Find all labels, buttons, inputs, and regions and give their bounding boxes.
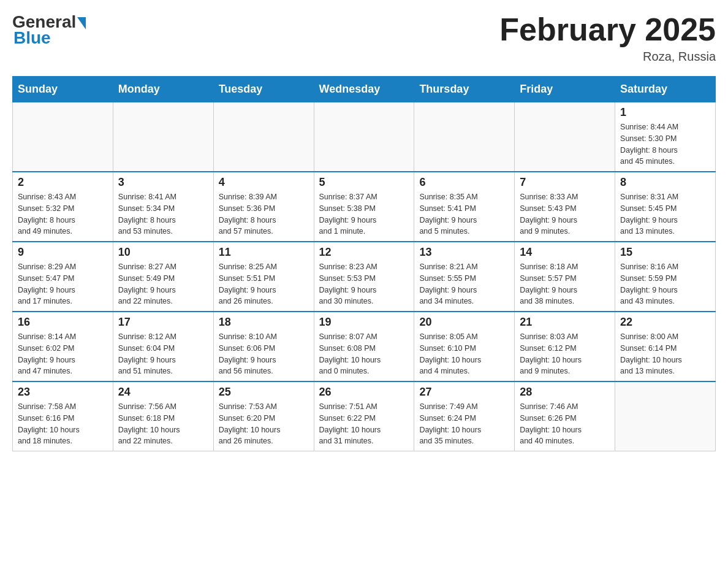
table-row [615,381,716,451]
day-info: Sunrise: 7:49 AMSunset: 6:24 PMDaylight:… [419,401,509,447]
day-number: 20 [419,316,509,329]
day-info: Sunrise: 8:12 AMSunset: 6:04 PMDaylight:… [118,331,208,377]
table-row: 8Sunrise: 8:31 AMSunset: 5:45 PMDaylight… [615,172,716,242]
table-row: 11Sunrise: 8:25 AMSunset: 5:51 PMDayligh… [213,242,314,312]
table-row: 6Sunrise: 8:35 AMSunset: 5:41 PMDaylight… [414,172,515,242]
calendar-week-row: 2Sunrise: 8:43 AMSunset: 5:32 PMDaylight… [13,172,716,242]
table-row: 22Sunrise: 8:00 AMSunset: 6:14 PMDayligh… [615,312,716,381]
day-info: Sunrise: 8:44 AMSunset: 5:30 PMDaylight:… [620,121,710,167]
table-row [515,102,615,172]
table-row: 25Sunrise: 7:53 AMSunset: 6:20 PMDayligh… [213,381,314,451]
table-row: 20Sunrise: 8:05 AMSunset: 6:10 PMDayligh… [414,312,515,381]
day-info: Sunrise: 8:14 AMSunset: 6:02 PMDaylight:… [18,331,108,377]
table-row: 21Sunrise: 8:03 AMSunset: 6:12 PMDayligh… [515,312,615,381]
table-row [13,102,113,172]
day-number: 7 [520,176,610,189]
day-number: 24 [118,386,208,399]
day-info: Sunrise: 8:31 AMSunset: 5:45 PMDaylight:… [620,191,710,237]
day-number: 14 [520,246,610,259]
table-row: 23Sunrise: 7:58 AMSunset: 6:16 PMDayligh… [13,381,113,451]
day-number: 16 [18,316,108,329]
day-number: 21 [520,316,610,329]
table-row: 7Sunrise: 8:33 AMSunset: 5:43 PMDaylight… [515,172,615,242]
day-info: Sunrise: 8:10 AMSunset: 6:06 PMDaylight:… [219,331,309,377]
day-number: 11 [219,246,309,259]
day-info: Sunrise: 8:23 AMSunset: 5:53 PMDaylight:… [319,261,409,307]
table-row: 26Sunrise: 7:51 AMSunset: 6:22 PMDayligh… [314,381,414,451]
day-info: Sunrise: 8:43 AMSunset: 5:32 PMDaylight:… [18,191,108,237]
day-info: Sunrise: 7:53 AMSunset: 6:20 PMDaylight:… [219,401,309,447]
day-number: 26 [319,386,409,399]
title-area: February 2025 Roza, Russia [499,12,716,64]
table-row: 1Sunrise: 8:44 AMSunset: 5:30 PMDaylight… [615,102,716,172]
day-number: 5 [319,176,409,189]
day-info: Sunrise: 8:03 AMSunset: 6:12 PMDaylight:… [520,331,610,377]
day-info: Sunrise: 8:41 AMSunset: 5:34 PMDaylight:… [118,191,208,237]
table-row: 2Sunrise: 8:43 AMSunset: 5:32 PMDaylight… [13,172,113,242]
header-tuesday: Tuesday [213,77,314,102]
table-row: 28Sunrise: 7:46 AMSunset: 6:26 PMDayligh… [515,381,615,451]
day-info: Sunrise: 8:33 AMSunset: 5:43 PMDaylight:… [520,191,610,237]
day-number: 22 [620,316,710,329]
day-number: 2 [18,176,108,189]
table-row: 13Sunrise: 8:21 AMSunset: 5:55 PMDayligh… [414,242,515,312]
day-info: Sunrise: 8:05 AMSunset: 6:10 PMDaylight:… [419,331,509,377]
day-info: Sunrise: 8:35 AMSunset: 5:41 PMDaylight:… [419,191,509,237]
calendar-header-row: Sunday Monday Tuesday Wednesday Thursday… [13,77,716,102]
table-row: 3Sunrise: 8:41 AMSunset: 5:34 PMDaylight… [113,172,213,242]
table-row: 4Sunrise: 8:39 AMSunset: 5:36 PMDaylight… [213,172,314,242]
table-row [213,102,314,172]
day-number: 19 [319,316,409,329]
day-info: Sunrise: 8:27 AMSunset: 5:49 PMDaylight:… [118,261,208,307]
day-info: Sunrise: 8:29 AMSunset: 5:47 PMDaylight:… [18,261,108,307]
day-info: Sunrise: 8:07 AMSunset: 6:08 PMDaylight:… [319,331,409,377]
day-number: 23 [18,386,108,399]
table-row: 12Sunrise: 8:23 AMSunset: 5:53 PMDayligh… [314,242,414,312]
logo-blue-text: Blue [13,28,51,48]
header-sunday: Sunday [13,77,113,102]
day-number: 3 [118,176,208,189]
table-row: 14Sunrise: 8:18 AMSunset: 5:57 PMDayligh… [515,242,615,312]
day-number: 17 [118,316,208,329]
calendar-table: Sunday Monday Tuesday Wednesday Thursday… [12,76,716,451]
table-row: 24Sunrise: 7:56 AMSunset: 6:18 PMDayligh… [113,381,213,451]
table-row: 16Sunrise: 8:14 AMSunset: 6:02 PMDayligh… [13,312,113,381]
day-info: Sunrise: 8:18 AMSunset: 5:57 PMDaylight:… [520,261,610,307]
logo: General Blue [12,12,86,48]
calendar-week-row: 23Sunrise: 7:58 AMSunset: 6:16 PMDayligh… [13,381,716,451]
day-info: Sunrise: 8:00 AMSunset: 6:14 PMDaylight:… [620,331,710,377]
day-number: 27 [419,386,509,399]
day-info: Sunrise: 8:21 AMSunset: 5:55 PMDaylight:… [419,261,509,307]
table-row: 27Sunrise: 7:49 AMSunset: 6:24 PMDayligh… [414,381,515,451]
day-number: 1 [620,106,710,119]
day-info: Sunrise: 8:39 AMSunset: 5:36 PMDaylight:… [219,191,309,237]
calendar-week-row: 1Sunrise: 8:44 AMSunset: 5:30 PMDaylight… [13,102,716,172]
header-wednesday: Wednesday [314,77,414,102]
day-number: 25 [219,386,309,399]
table-row: 15Sunrise: 8:16 AMSunset: 5:59 PMDayligh… [615,242,716,312]
day-number: 9 [18,246,108,259]
day-number: 4 [219,176,309,189]
day-number: 10 [118,246,208,259]
table-row: 19Sunrise: 8:07 AMSunset: 6:08 PMDayligh… [314,312,414,381]
table-row: 9Sunrise: 8:29 AMSunset: 5:47 PMDaylight… [13,242,113,312]
table-row: 10Sunrise: 8:27 AMSunset: 5:49 PMDayligh… [113,242,213,312]
day-number: 28 [520,386,610,399]
calendar-week-row: 16Sunrise: 8:14 AMSunset: 6:02 PMDayligh… [13,312,716,381]
day-number: 8 [620,176,710,189]
day-number: 18 [219,316,309,329]
header-saturday: Saturday [615,77,716,102]
day-info: Sunrise: 7:56 AMSunset: 6:18 PMDaylight:… [118,401,208,447]
day-info: Sunrise: 8:16 AMSunset: 5:59 PMDaylight:… [620,261,710,307]
location: Roza, Russia [499,50,716,64]
page-header: General Blue February 2025 Roza, Russia [12,12,716,64]
day-info: Sunrise: 8:37 AMSunset: 5:38 PMDaylight:… [319,191,409,237]
calendar-week-row: 9Sunrise: 8:29 AMSunset: 5:47 PMDaylight… [13,242,716,312]
day-number: 13 [419,246,509,259]
table-row [314,102,414,172]
day-info: Sunrise: 7:51 AMSunset: 6:22 PMDaylight:… [319,401,409,447]
day-info: Sunrise: 7:46 AMSunset: 6:26 PMDaylight:… [520,401,610,447]
table-row: 5Sunrise: 8:37 AMSunset: 5:38 PMDaylight… [314,172,414,242]
header-friday: Friday [515,77,615,102]
day-info: Sunrise: 8:25 AMSunset: 5:51 PMDaylight:… [219,261,309,307]
